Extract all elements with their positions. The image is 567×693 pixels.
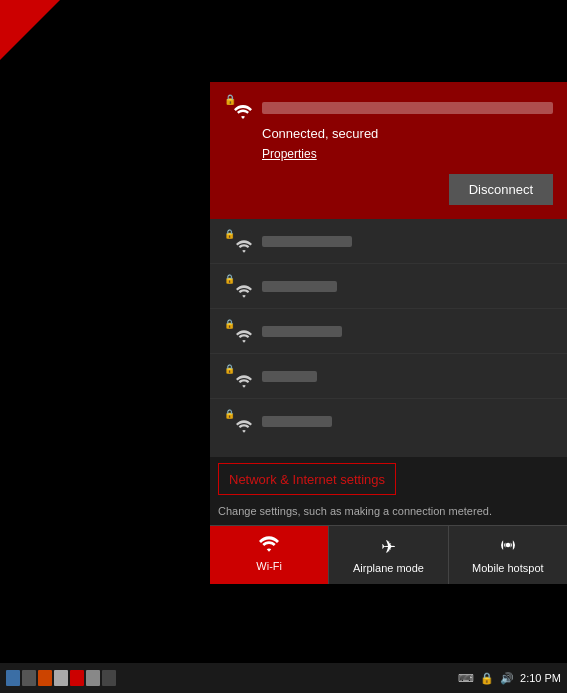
keyboard-icon: ⌨: [458, 672, 474, 685]
networks-list: 🔒 🔒 🔒: [210, 219, 567, 443]
lock-icon-3: 🔒: [224, 319, 235, 329]
connected-status-text: Connected, secured: [262, 126, 553, 141]
mobile-hotspot-tile-label: Mobile hotspot: [472, 562, 544, 574]
wifi-signal-icon: [234, 105, 252, 122]
network-icon-4: 🔒: [224, 364, 252, 388]
taskbar-color-2: [22, 670, 36, 686]
network-item[interactable]: 🔒: [210, 264, 567, 309]
taskbar-color-4: [54, 670, 68, 686]
airplane-tile-icon: ✈: [381, 536, 396, 558]
network-name-5: [262, 416, 332, 427]
spacer: [210, 443, 567, 457]
settings-box[interactable]: Network & Internet settings: [218, 463, 396, 495]
top-triangle-decoration: [0, 0, 60, 60]
quick-tile-airplane[interactable]: ✈ Airplane mode: [329, 526, 448, 584]
lock-icon-2: 🔒: [224, 274, 235, 284]
taskbar-color-5: [70, 670, 84, 686]
network-item[interactable]: 🔒: [210, 354, 567, 399]
wifi-icon-1: [236, 240, 252, 253]
taskbar-time: 2:10 PM: [520, 672, 561, 684]
network-name-2: [262, 281, 337, 292]
quick-tile-mobile-hotspot[interactable]: Mobile hotspot: [449, 526, 567, 584]
wifi-tile-icon: [259, 536, 279, 556]
network-icon-2: 🔒: [224, 274, 252, 298]
mobile-hotspot-tile-icon: [499, 536, 517, 558]
wifi-icon-3: [236, 330, 252, 343]
network-item[interactable]: 🔒: [210, 309, 567, 354]
lock-icon-4: 🔒: [224, 364, 235, 374]
taskbar-color-1: [6, 670, 20, 686]
network-icon-5: 🔒: [224, 409, 252, 433]
lock-icon-5: 🔒: [224, 409, 235, 419]
network-icon-3: 🔒: [224, 319, 252, 343]
taskbar: ⌨ 🔒 🔊 2:10 PM: [0, 663, 567, 693]
settings-area: Network & Internet settings: [210, 457, 567, 497]
quick-actions-row: Wi-Fi ✈ Airplane mode Mobile hotspot: [210, 525, 567, 584]
connected-ssid-blurred: [262, 102, 553, 114]
taskbar-color-7: [102, 670, 116, 686]
disconnect-row: Disconnect: [224, 174, 553, 205]
network-name-4: [262, 371, 317, 382]
settings-desc-row: Change settings, such as making a connec…: [210, 497, 567, 525]
wifi-icon-4: [236, 375, 252, 388]
network-item[interactable]: 🔒: [210, 399, 567, 443]
taskbar-lock-icon: 🔒: [480, 672, 494, 685]
wifi-icon-2: [236, 285, 252, 298]
settings-description: Change settings, such as making a connec…: [218, 505, 492, 517]
taskbar-color-3: [38, 670, 52, 686]
wifi-panel: 🔒 Connected, secured Properties Disconne…: [210, 82, 567, 584]
network-name-1: [262, 236, 352, 247]
settings-label: Network & Internet settings: [229, 472, 385, 487]
connected-wifi-icon-container: 🔒: [224, 94, 252, 122]
properties-link[interactable]: Properties: [262, 147, 317, 161]
taskbar-color-6: [86, 670, 100, 686]
lock-icon: 🔒: [224, 94, 236, 105]
airplane-tile-label: Airplane mode: [353, 562, 424, 574]
wifi-tile-label: Wi-Fi: [256, 560, 282, 572]
connected-network-section: 🔒 Connected, secured Properties Disconne…: [210, 82, 567, 219]
taskbar-system-area: ⌨ 🔒 🔊 2:10 PM: [458, 672, 561, 685]
lock-icon-1: 🔒: [224, 229, 235, 239]
svg-point-0: [506, 543, 511, 548]
quick-tile-wifi[interactable]: Wi-Fi: [210, 526, 329, 584]
wifi-icon-5: [236, 420, 252, 433]
network-name-3: [262, 326, 342, 337]
network-icon-1: 🔒: [224, 229, 252, 253]
connected-network-header: 🔒: [224, 94, 553, 122]
taskbar-color-blocks: [6, 670, 116, 686]
taskbar-volume-icon[interactable]: 🔊: [500, 672, 514, 685]
network-item[interactable]: 🔒: [210, 219, 567, 264]
disconnect-button[interactable]: Disconnect: [449, 174, 553, 205]
